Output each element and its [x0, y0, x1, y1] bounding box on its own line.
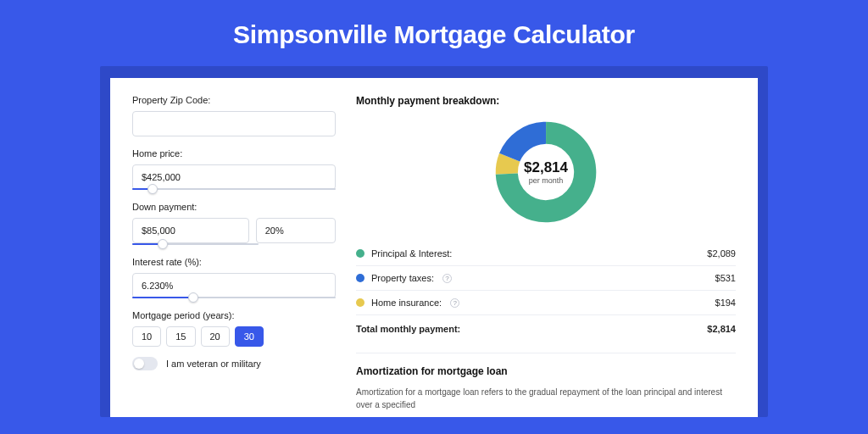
interest-input[interactable] — [132, 273, 336, 298]
legend-value: $531 — [715, 273, 736, 283]
veteran-toggle[interactable] — [132, 357, 158, 370]
period-btn-10[interactable]: 10 — [132, 326, 161, 347]
interest-slider-thumb[interactable] — [188, 292, 198, 303]
field-zip: Property Zip Code: — [132, 95, 336, 136]
legend-value: $2,089 — [707, 248, 736, 259]
period-btn-15[interactable]: 15 — [166, 326, 195, 347]
legend-row: Property taxes:?$531 — [356, 265, 736, 290]
amortization-section: Amortization for mortgage loan Amortizat… — [356, 353, 736, 411]
field-home-price: Home price: — [132, 148, 336, 190]
legend-dot-icon — [356, 274, 364, 282]
donut-sub: per month — [529, 176, 564, 185]
donut-center: $2,814 per month — [494, 120, 598, 224]
app-card: Property Zip Code: Home price: Down paym… — [110, 78, 758, 417]
interest-slider[interactable] — [132, 297, 336, 298]
period-options: 10152030 — [132, 326, 336, 347]
app-card-wrap: Property Zip Code: Home price: Down paym… — [100, 66, 768, 417]
donut-amount: $2,814 — [524, 159, 568, 176]
down-payment-pct-input[interactable] — [256, 218, 336, 243]
zip-input[interactable] — [132, 111, 336, 136]
help-icon[interactable]: ? — [450, 298, 459, 308]
legend-row: Home insurance:?$194 — [356, 290, 736, 314]
veteran-row: I am veteran or military — [132, 357, 336, 370]
period-btn-30[interactable]: 30 — [235, 326, 264, 347]
legend: Principal & Interest:$2,089Property taxe… — [356, 241, 736, 314]
field-down-payment: Down payment: — [132, 202, 336, 245]
legend-dot-icon — [356, 249, 364, 258]
legend-name: Home insurance: — [371, 298, 442, 308]
legend-value: $194 — [715, 298, 736, 308]
period-btn-20[interactable]: 20 — [201, 326, 230, 347]
interest-slider-fill — [132, 297, 193, 298]
amort-title: Amortization for mortgage loan — [356, 365, 736, 377]
home-price-label: Home price: — [132, 148, 336, 159]
field-interest: Interest rate (%): — [132, 257, 336, 298]
field-period: Mortgage period (years): 10152030 — [132, 310, 336, 347]
interest-label: Interest rate (%): — [132, 257, 336, 267]
help-icon[interactable]: ? — [442, 274, 452, 283]
breakdown-column: Monthly payment breakdown: $2,814 per mo… — [356, 95, 736, 417]
down-payment-slider[interactable] — [132, 243, 259, 245]
donut-chart: $2,814 per month — [494, 120, 598, 224]
legend-row: Principal & Interest:$2,089 — [356, 241, 736, 265]
legend-name: Property taxes: — [371, 273, 434, 283]
page-title: Simpsonville Mortgage Calculator — [0, 0, 868, 66]
zip-label: Property Zip Code: — [132, 95, 336, 105]
down-payment-input[interactable] — [132, 218, 249, 243]
down-payment-label: Down payment: — [132, 202, 336, 212]
legend-dot-icon — [356, 298, 364, 307]
legend-name: Principal & Interest: — [371, 248, 452, 259]
amort-text: Amortization for a mortgage loan refers … — [356, 386, 736, 411]
home-price-slider[interactable] — [132, 188, 336, 190]
down-payment-slider-thumb[interactable] — [158, 239, 168, 249]
veteran-label: I am veteran or military — [166, 359, 261, 369]
period-label: Mortgage period (years): — [132, 310, 336, 320]
legend-total: Total monthly payment: $2,814 — [356, 314, 736, 341]
total-label: Total monthly payment: — [356, 324, 460, 334]
inputs-column: Property Zip Code: Home price: Down paym… — [132, 95, 336, 417]
home-price-slider-thumb[interactable] — [147, 184, 158, 194]
home-price-input[interactable] — [132, 164, 336, 190]
total-value: $2,814 — [707, 324, 736, 334]
breakdown-title: Monthly payment breakdown: — [356, 95, 736, 107]
